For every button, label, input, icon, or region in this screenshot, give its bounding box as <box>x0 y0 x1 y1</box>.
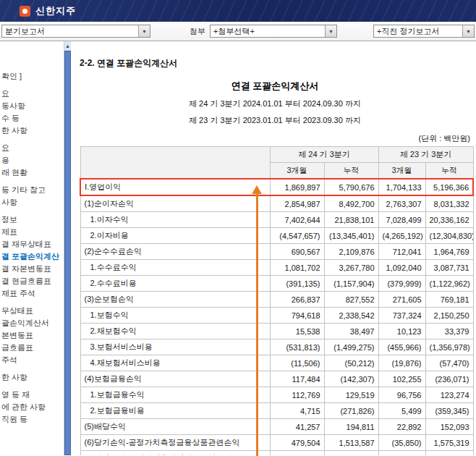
document-tree-sidebar: 확인 ]요동사항수 등한 사항요용래 현황등 기타 참고사항정보제표결 재무상태… <box>0 41 64 455</box>
row-value: 2,854,987 <box>270 195 324 212</box>
scrollbar-thumb[interactable] <box>64 51 71 455</box>
row-label: (3)순보험손익 <box>80 292 270 308</box>
row-value: 737,324 <box>378 308 425 324</box>
table-row: 3.보험서비스비용(531,813)(1,499,275)(455,966)(1… <box>80 339 473 355</box>
sidebar-item[interactable]: 사항 <box>1 196 64 208</box>
subcolumn-header: 누적 <box>324 163 378 180</box>
row-value: (13,345,401) <box>324 228 378 244</box>
sidebar-item[interactable]: 요 <box>1 142 64 154</box>
row-value: 1,092,040 <box>378 260 425 276</box>
sidebar-item[interactable]: 에 관한 사항 <box>1 401 64 413</box>
sidebar-item-active[interactable]: 결 포괄손익계산 <box>1 250 64 263</box>
sidebar-item[interactable]: 괄손익계산서 <box>1 317 64 329</box>
row-label: 1.보험수익 <box>80 308 270 324</box>
sidebar-item[interactable]: 수 등 <box>1 112 64 124</box>
sidebar-item[interactable]: 무상태표 <box>1 305 64 317</box>
sidebar-item[interactable]: 한 사항 <box>1 371 64 384</box>
row-value: 1,575,319 <box>425 435 473 451</box>
sidebar-item[interactable]: 제표 주석 <box>1 287 64 300</box>
row-value: 1,513,587 <box>324 435 378 451</box>
previous-report-select[interactable]: +직전 정기보고서 ▼ <box>373 25 475 38</box>
table-row: (6)당기손익-공정가치측정금융상품관련손익479,5041,513,587(3… <box>80 435 473 451</box>
row-value: 8,031,332 <box>425 195 473 212</box>
sidebar-item[interactable]: 등 기타 참고 <box>1 184 64 196</box>
sidebar-item[interactable]: 본변동표 <box>1 329 64 342</box>
row-value: (1,356,978) <box>425 339 473 355</box>
attachment-select[interactable]: +첨부선택+ ▼ <box>210 25 337 38</box>
sidebar-item[interactable]: 결 자본변동표 <box>1 263 64 275</box>
row-label: (6)당기손익-공정가치측정금융상품관련손익 <box>80 435 270 451</box>
row-value: (271,826) <box>324 403 378 419</box>
row-label: (1)순이자손익 <box>80 195 270 212</box>
scroll-up-icon[interactable]: ▲ <box>64 41 71 51</box>
row-value: 5,196,366 <box>425 179 473 195</box>
sidebar-item[interactable]: 동사항 <box>1 100 64 112</box>
chevron-down-icon: ▼ <box>325 25 336 37</box>
previous-report-value: +직전 정기보고서 <box>374 26 462 37</box>
subcolumn-header: 3개월 <box>270 163 324 180</box>
row-label: 1.수수료수익 <box>80 260 270 276</box>
income-statement-table: 제 24 기 3분기 제 23 기 3분기 3개월 누적 3개월 누적 Ⅰ.영업… <box>80 146 474 455</box>
statement-title: 연결 포괄손익계산서 <box>80 80 470 93</box>
row-value: 7,402,644 <box>270 212 324 228</box>
table-row: 2.재보험수익15,53838,49710,12333,379 <box>80 324 473 339</box>
row-value: (273,750) <box>324 451 378 456</box>
row-value: (1,122,962) <box>425 276 473 292</box>
row-value: 1,704,133 <box>378 179 425 195</box>
row-value: (455,966) <box>378 339 425 355</box>
row-value: (4,265,192) <box>378 228 425 244</box>
row-label: 2.재보험수익 <box>80 324 270 339</box>
sidebar-item[interactable]: 래 현황 <box>1 166 64 179</box>
row-label: (4)보험금융손익 <box>80 371 270 387</box>
sidebar-item[interactable]: 영 등 재 <box>1 389 64 401</box>
report-type-select[interactable]: 분기보고서 ▼ <box>1 25 150 38</box>
report-toolbar: 분기보고서 ▼ 첨부 +첨부선택+ ▼ +직전 정기보고서 ▼ <box>0 22 476 41</box>
table-row: (2)순수수료손익690,5672,109,876712,0411,964,76… <box>80 244 473 260</box>
sidebar-item[interactable]: 요 <box>1 88 64 100</box>
statement-content: 2-2. 연결 포괄손익계산서 연결 포괄손익계산서 제 24 기 3분기 20… <box>71 41 476 455</box>
row-value: 3,267,780 <box>324 260 378 276</box>
table-row: 2.이자비용(4,547,657)(13,345,401)(4,265,192)… <box>80 228 473 244</box>
sidebar-item[interactable]: 한 사항 <box>1 124 64 137</box>
sidebar-item[interactable]: 결 재무상태표 <box>1 238 64 250</box>
row-value: 271,605 <box>378 292 425 308</box>
row-value: 41,257 <box>270 419 324 435</box>
row-label: 2.보험금융비용 <box>80 403 270 419</box>
sidebar-item[interactable]: 직원 등 <box>1 413 64 426</box>
row-value: 22,892 <box>378 419 425 435</box>
row-label: 2.이자비용 <box>80 228 270 244</box>
sidebar-scrollbar[interactable]: ▲ <box>64 41 71 455</box>
row-value: (142,307) <box>324 371 378 387</box>
row-label: 1.보험금융수익 <box>80 387 270 403</box>
row-value: (11,506) <box>270 355 324 371</box>
row-value: 712,041 <box>378 244 425 260</box>
sidebar-item[interactable]: 용 <box>1 154 64 166</box>
sidebar-item[interactable]: 주석 <box>1 354 64 366</box>
row-label: 2.수수료비용 <box>80 276 270 292</box>
row-label: 1.이자수익 <box>80 212 270 228</box>
row-value: 1,964,769 <box>425 244 473 260</box>
row-value: (531,813) <box>270 339 324 355</box>
row-label: (7)당기손익-공정가치측정지정금융상품관련손익 <box>80 451 270 456</box>
row-value: 194,811 <box>324 419 378 435</box>
period-line-1: 제 24 기 3분기 2024.01.01 부터 2024.09.30 까지 <box>80 98 470 109</box>
row-label: (2)순수수료손익 <box>80 244 270 260</box>
chevron-down-icon: ▼ <box>138 25 150 37</box>
row-value: 171,156 <box>378 451 425 456</box>
row-value: (1,157,904) <box>324 276 378 292</box>
sidebar-item[interactable]: 제표 <box>1 226 64 238</box>
row-value: 112,769 <box>270 387 324 403</box>
subcolumn-header: 3개월 <box>378 163 425 180</box>
sidebar-item[interactable]: 정보 <box>1 214 64 226</box>
sidebar-item[interactable]: 결 현금흐름표 <box>1 275 64 287</box>
row-value: (42,497) <box>270 451 324 456</box>
table-row: 2.보험금융비용4,715(271,826)5,499(359,345) <box>80 403 473 419</box>
row-value: 266,837 <box>270 292 324 308</box>
row-value: 769,181 <box>425 292 473 308</box>
sidebar-item[interactable]: 확인 ] <box>1 70 64 83</box>
row-value: 15,538 <box>270 324 324 339</box>
row-value: (359,345) <box>425 403 473 419</box>
row-value: 2,338,542 <box>324 308 378 324</box>
sidebar-item[interactable]: 금흐름표 <box>1 342 64 354</box>
report-type-value: 분기보고서 <box>2 26 138 37</box>
